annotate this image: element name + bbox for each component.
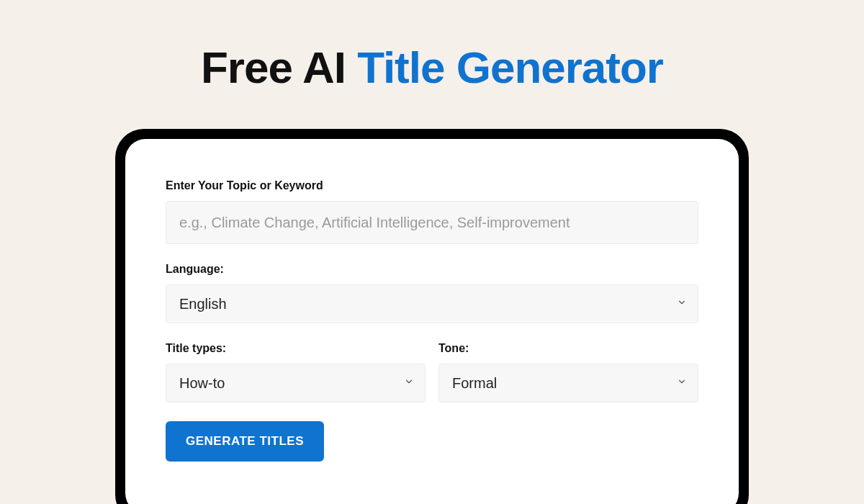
generate-titles-button[interactable]: GENERATE TITLES xyxy=(166,421,324,462)
title-types-select[interactable]: How-to xyxy=(166,364,426,402)
tone-select[interactable]: Formal xyxy=(438,364,698,402)
title-types-selected-value: How-to xyxy=(179,375,225,392)
topic-field-row: Enter Your Topic or Keyword xyxy=(166,179,698,244)
page-title: Free AI Title Generator xyxy=(0,0,864,129)
language-select[interactable]: English xyxy=(166,284,698,323)
title-types-label: Title types: xyxy=(166,342,426,355)
device-screen: Enter Your Topic or Keyword Language: En… xyxy=(125,139,739,504)
tone-selected-value: Formal xyxy=(452,375,497,392)
device-frame: Enter Your Topic or Keyword Language: En… xyxy=(115,129,749,504)
type-tone-row: Title types: How-to Tone: Formal xyxy=(166,342,698,402)
tone-label: Tone: xyxy=(438,342,698,355)
title-types-field: Title types: How-to xyxy=(166,342,426,402)
tone-field: Tone: Formal xyxy=(438,342,698,402)
language-field-row: Language: English xyxy=(166,263,698,323)
page-title-part1: Free AI xyxy=(201,42,357,92)
language-label: Language: xyxy=(166,263,698,276)
language-selected-value: English xyxy=(179,296,227,312)
page-title-accent: Title Generator xyxy=(357,42,663,92)
topic-input[interactable] xyxy=(166,201,698,244)
topic-label: Enter Your Topic or Keyword xyxy=(166,179,698,192)
